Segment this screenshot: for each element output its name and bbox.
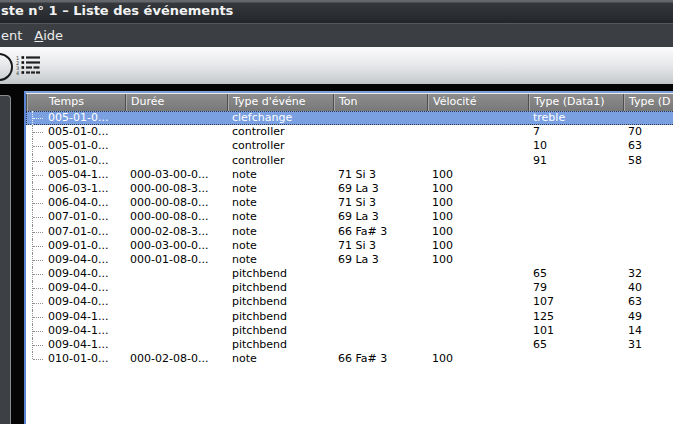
cell-data2 [623,352,673,366]
cell-data1 [528,196,623,210]
cell-type: note [227,182,333,196]
event-row[interactable]: 007-01-0... 000-02-08-3... note 66 Fa# 3… [26,225,673,239]
cell-data2: 63 [623,295,673,309]
cell-velocite: 100 [427,225,528,239]
column-header-duree[interactable]: Durée [125,94,227,111]
cell-data2 [623,111,673,125]
event-row[interactable]: 009-01-0... 000-03-00-0... note 71 Si 3 … [26,239,673,253]
cell-duree: 000-03-00-0... [125,168,227,182]
window-titlebar[interactable]: ste n° 1 – Liste des événements [0,0,673,24]
cell-duree [125,139,227,153]
event-list-icon[interactable]: 1 2 3 4 [15,55,42,80]
cell-ton [333,139,427,153]
cell-velocite [427,111,528,125]
event-row[interactable]: 005-01-0... controller 7 70 [26,125,673,139]
cell-duree: 000-00-08-0... [125,196,227,210]
tree-branch-icon [32,125,46,139]
tree-branch-icon [32,310,46,324]
cell-duree [125,295,227,309]
event-row[interactable]: 005-01-0... controller 10 63 [26,139,673,153]
tree-branch-icon [32,338,46,352]
cell-type: controller [227,125,333,139]
event-row[interactable]: 005-01-0... controller 91 58 [26,154,673,168]
event-row[interactable]: 009-04-0... pitchbend 65 32 [26,267,673,281]
cell-velocite: 100 [427,210,528,224]
cell-data2 [623,210,673,224]
event-row[interactable]: 009-04-0... 000-01-08-0... note 69 La 3 … [26,253,673,267]
column-header-velocite[interactable]: Vélocité [427,94,528,111]
cell-type: note [227,239,333,253]
cell-data1 [528,182,623,196]
column-header-data2[interactable]: Type (D [623,94,673,111]
cell-data1: 7 [528,125,623,139]
cell-ton: 71 Si 3 [333,196,427,210]
event-row[interactable]: 005-04-1... 000-03-00-0... note 71 Si 3 … [26,168,673,182]
menu-item-evenement[interactable]: ent [0,24,28,47]
cell-data1: 10 [528,139,623,153]
event-row[interactable]: 010-01-0... 000-02-08-0... note 66 Fa# 3… [26,352,673,366]
cell-data1: treble [528,111,623,125]
cell-duree [125,154,227,168]
column-header-data1[interactable]: Type (Data1) [528,94,623,111]
menu-item-aide[interactable]: Aide [28,24,69,47]
cell-velocite: 100 [427,239,528,253]
column-header-type[interactable]: Type d'événe [227,94,333,111]
cell-ton [333,267,427,281]
cell-data1 [528,253,623,267]
event-row[interactable]: 006-04-0... 000-00-08-0... note 71 Si 3 … [26,196,673,210]
cell-data2 [623,196,673,210]
cell-velocite [427,154,528,168]
cell-data1 [528,239,623,253]
cell-type: controller [227,139,333,153]
cell-duree: 000-02-08-0... [125,352,227,366]
event-row[interactable]: 009-04-1... pitchbend 125 49 [26,310,673,324]
event-row[interactable]: 009-04-0... pitchbend 107 63 [26,295,673,309]
event-table-header: Temps Durée Type d'événe Ton Vélocité Ty… [26,93,673,111]
cell-ton: 69 La 3 [333,182,427,196]
tree-branch-icon [32,111,46,125]
tree-branch-icon [32,352,46,366]
cell-ton [333,324,427,338]
cell-temps: 010-01-0... [26,352,125,366]
cell-temps: 009-04-1... [26,338,125,352]
event-row[interactable]: 009-04-1... pitchbend 65 31 [26,338,673,352]
cell-ton [333,125,427,139]
cell-ton [333,281,427,295]
menu-bar: ent Aide [0,24,673,47]
column-header-ton[interactable]: Ton [333,94,427,111]
event-row[interactable]: 007-01-0... 000-00-08-0... note 69 La 3 … [26,210,673,224]
window-title: ste n° 1 – Liste des événements [1,0,233,22]
tree-branch-icon [32,295,46,309]
column-header-temps[interactable]: Temps [26,94,125,111]
magnifier-partial-icon[interactable] [0,53,13,81]
cell-velocite: 100 [427,182,528,196]
left-panel-rail [0,95,11,424]
tree-branch-icon [32,267,46,281]
cell-duree: 000-00-08-0... [125,210,227,224]
cell-duree [125,324,227,338]
event-row[interactable]: 005-01-0... clefchange treble [26,111,673,125]
cell-data1: 65 [528,338,623,352]
cell-velocite [427,338,528,352]
cell-temps: 006-04-0... [26,196,125,210]
cell-velocite: 100 [427,253,528,267]
cell-velocite [427,125,528,139]
cell-velocite: 100 [427,352,528,366]
cell-duree [125,338,227,352]
cell-ton: 71 Si 3 [333,168,427,182]
event-row[interactable]: 009-04-1... pitchbend 101 14 [26,324,673,338]
event-table-body: 005-01-0... clefchange treble 005-01-0..… [26,111,673,366]
cell-velocite: 100 [427,168,528,182]
cell-duree [125,267,227,281]
list-digit-4: 4 [16,70,19,76]
cell-temps: 007-01-0... [26,225,125,239]
cell-ton [333,338,427,352]
cell-data2: 58 [623,154,673,168]
tree-branch-icon [32,281,46,295]
cell-temps: 007-01-0... [26,210,125,224]
event-row[interactable]: 006-03-1... 000-00-08-3... note 69 La 3 … [26,182,673,196]
event-row[interactable]: 009-04-0... pitchbend 79 40 [26,281,673,295]
tree-branch-icon [32,196,46,210]
cell-ton: 66 Fa# 3 [333,352,427,366]
cell-type: pitchbend [227,295,333,309]
